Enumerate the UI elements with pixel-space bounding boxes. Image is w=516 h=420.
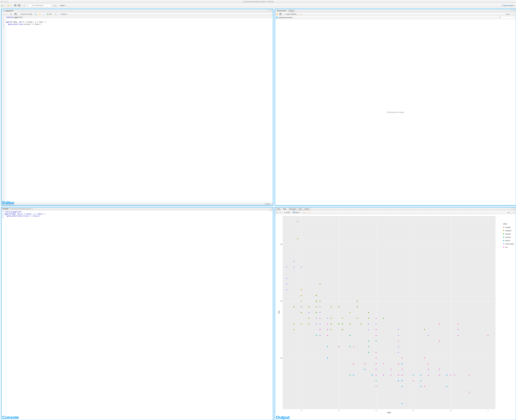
- plot-point: [353, 375, 354, 375]
- plot-zoom-button[interactable]: 🔍Zoom: [283, 211, 290, 214]
- plot-point: [376, 375, 377, 375]
- code-editor[interactable]: 1 2 3 4 5 library(ggplot2) ggplot(mpg, a…: [1, 16, 273, 202]
- workspace-panes-button[interactable]: ▦▾: [53, 4, 57, 7]
- console-title: Console: [2, 208, 8, 210]
- folder-open-icon: 📂: [8, 5, 9, 6]
- plot-point: [428, 363, 429, 364]
- back-button[interactable]: ⬅: [2, 13, 5, 15]
- code-tools-button[interactable]: ✨▾: [38, 13, 42, 15]
- plot-point: [301, 312, 302, 313]
- refresh-env-button[interactable]: ⟳: [513, 13, 515, 15]
- project-menu[interactable]: Ⓡ data-analysis ▾: [502, 4, 515, 6]
- save-workspace-button[interactable]: 💾: [279, 13, 282, 15]
- open-file-button[interactable]: 📂▾: [7, 4, 11, 7]
- forward-button[interactable]: ➡: [5, 13, 8, 15]
- tab-help[interactable]: Help: [297, 208, 303, 210]
- tab-environment[interactable]: Environment: [276, 9, 288, 12]
- pane-maximize-button[interactable]: ▭: [270, 210, 272, 211]
- tab-viewer[interactable]: Viewer: [303, 208, 311, 210]
- pane-maximize-button[interactable]: ▭: [513, 9, 515, 11]
- plot-refresh-button[interactable]: ⟳: [513, 211, 515, 214]
- plot-point: [316, 307, 317, 307]
- output-tabstrip: Files Plots Packages Help Viewer — ▭: [275, 207, 516, 210]
- plot-point: [342, 329, 343, 330]
- y-tick-label: 20: [279, 357, 282, 359]
- plot-remove-button[interactable]: ⊘: [303, 211, 305, 214]
- plot-point: [342, 318, 343, 319]
- new-file-button[interactable]: ◉▾: [1, 4, 5, 7]
- pane-maximize-button[interactable]: ▭: [270, 9, 272, 11]
- save-file-button[interactable]: 💾: [14, 13, 17, 15]
- environment-scope-selector[interactable]: Global Environment ▾: [279, 17, 294, 18]
- plot-point: [353, 363, 354, 364]
- console-body[interactable]: > library(ggplot2) > ggplot(mpg, aes(x =…: [1, 210, 273, 420]
- save-icon: 💾: [14, 5, 16, 6]
- file-type-selector[interactable]: R Script: [265, 203, 270, 205]
- legend-item: midsize: [503, 232, 514, 236]
- tab-history[interactable]: History: [288, 9, 295, 12]
- source-on-save-checkbox[interactable]: Source on Save: [19, 13, 32, 15]
- plot-next-button[interactable]: ➡: [279, 211, 281, 214]
- run-button[interactable]: ▶Run: [47, 13, 52, 15]
- plot-point: [420, 386, 421, 387]
- plot-publish-button[interactable]: ☁▾: [507, 211, 511, 214]
- close-tab-icon[interactable]: ✕: [15, 10, 16, 12]
- plot-prev-button[interactable]: ⬅: [276, 211, 278, 214]
- x-tick-label: 6: [450, 410, 451, 412]
- compile-report-button[interactable]: 📄: [44, 13, 46, 15]
- print-button[interactable]: 🖨: [23, 4, 26, 7]
- save-icon: 💾: [279, 13, 282, 15]
- r-file-icon: ◎: [3, 10, 5, 12]
- source-button[interactable]: ⇥Source▾: [59, 13, 68, 15]
- line-gutter: 1 2 3 4 5: [1, 16, 5, 202]
- tab-files[interactable]: Files: [276, 208, 282, 210]
- arrow-right-icon: ➡: [279, 211, 281, 213]
- pane-minimize-button[interactable]: —: [268, 9, 270, 11]
- save-all-button[interactable]: 💾: [17, 4, 21, 7]
- pane-minimize-button[interactable]: —: [511, 208, 513, 210]
- plot-point: [308, 307, 309, 307]
- tab-packages[interactable]: Packages: [288, 208, 297, 210]
- legend-swatch: [503, 227, 504, 228]
- plot-point: [364, 363, 365, 364]
- goto-file-input[interactable]: [28, 4, 51, 7]
- y-tick-label: 40: [279, 243, 282, 245]
- editor-tab-mpg-plot[interactable]: ◎ mpg-plot.R ✕: [2, 9, 17, 12]
- plot-point: [308, 318, 309, 319]
- scope-selector[interactable]: (Top Level) ⇕: [6, 203, 15, 205]
- plot-point: [327, 323, 328, 324]
- plot-point: [383, 363, 384, 364]
- legend-swatch: [503, 233, 504, 234]
- view-mode-button[interactable]: ≡List▾: [505, 13, 511, 15]
- find-replace-button[interactable]: 🔍: [34, 13, 37, 15]
- pane-maximize-button[interactable]: ▭: [513, 208, 515, 210]
- plot-point: [398, 375, 399, 375]
- pane-minimize-button[interactable]: —: [270, 208, 272, 210]
- environment-empty-text: Environment is empty: [387, 111, 404, 113]
- show-in-new-window-button[interactable]: ▣: [10, 13, 12, 15]
- y-tick-label: 30: [279, 300, 282, 302]
- plot-point: [420, 375, 421, 375]
- import-dataset-button[interactable]: ⬇Import Dataset▾: [284, 13, 298, 15]
- load-workspace-button[interactable]: 📂: [276, 13, 278, 15]
- project-label: data-analysis: [504, 4, 514, 6]
- clear-objects-button[interactable]: 🧹: [300, 13, 302, 15]
- pane-minimize-button[interactable]: —: [511, 9, 513, 11]
- legend-title: class: [503, 223, 514, 225]
- legend-label: minivan: [505, 236, 511, 238]
- source-icon: ⇥: [60, 13, 61, 15]
- plot-point: [488, 335, 488, 336]
- rerun-button[interactable]: ↻▾: [54, 13, 57, 15]
- list-icon: ≡: [505, 13, 506, 15]
- editor-toolbar: ⬅ ➡ ▣ 💾 Source on Save 🔍 ✨▾ 📄 ▶Run ↻▾ ⇥S…: [1, 12, 273, 16]
- plot-clear-all-button[interactable]: 🧹: [307, 211, 310, 214]
- plot-point: [372, 375, 373, 375]
- addins-menu[interactable]: Addins▾: [60, 4, 67, 7]
- save-button[interactable]: 💾: [14, 4, 17, 7]
- goto-console-dir-icon[interactable]: ➪: [32, 208, 34, 210]
- legend-item: minivan: [503, 236, 514, 239]
- tab-plots[interactable]: Plots: [282, 208, 288, 210]
- plot-point: [331, 318, 332, 319]
- plot-point: [327, 329, 328, 330]
- plot-export-button[interactable]: 🖼Export▾: [292, 211, 301, 214]
